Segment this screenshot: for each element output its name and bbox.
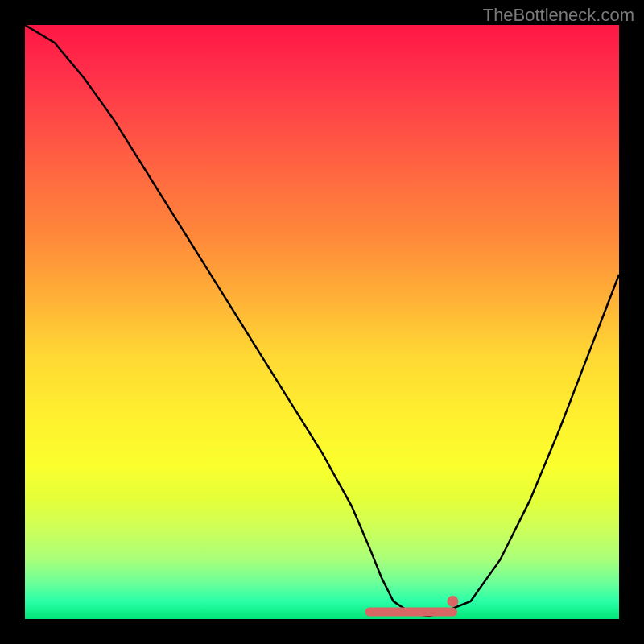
- plot-area: [25, 25, 619, 619]
- bottleneck-curve-line: [25, 25, 619, 616]
- watermark-text: TheBottleneck.com: [483, 5, 634, 26]
- marker-dot: [447, 596, 458, 607]
- chart-svg: [25, 25, 619, 619]
